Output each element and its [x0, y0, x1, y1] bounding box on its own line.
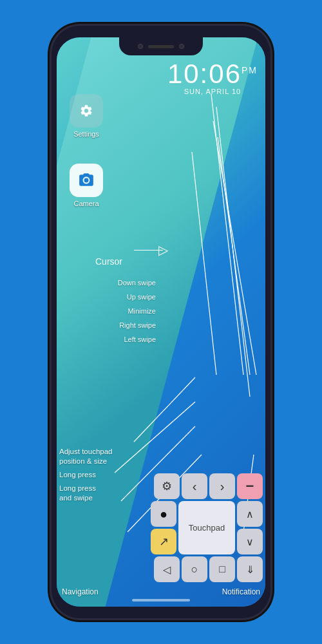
minimize-label: Minimize — [118, 304, 156, 318]
settings-app-icon[interactable]: Settings — [70, 94, 103, 138]
settings-app-label: Settings — [73, 130, 99, 138]
camera-app-img — [70, 164, 103, 197]
bottom-bar — [132, 599, 190, 601]
navigation-label: Navigation — [62, 587, 99, 596]
right-annotations: Down swipe Up swipe Minimize Right swipe… — [118, 276, 156, 346]
minus-btn[interactable]: − — [237, 473, 263, 499]
black-dot-btn[interactable]: ● — [151, 501, 176, 527]
notch-sensor — [179, 44, 184, 49]
up-btn[interactable]: ∧ — [237, 501, 263, 527]
long-press-label: Long press — [59, 470, 112, 480]
notification-label: Notification — [222, 587, 260, 596]
right-arrow-btn[interactable]: › — [209, 473, 235, 499]
settings-gear-icon — [79, 104, 93, 118]
cursor-line — [134, 250, 163, 251]
yellow-btn[interactable]: ↗ — [151, 529, 176, 554]
right-swipe-label: Right swipe — [118, 318, 156, 332]
up-swipe-label: Up swipe — [118, 290, 156, 304]
adjust-touchpad-label: Adjust touchpadposition & size — [59, 447, 112, 466]
bottom-labels-row: Navigation Notification — [62, 587, 260, 596]
cursor-label: Cursor — [95, 256, 122, 267]
home-btn[interactable]: ○ — [182, 556, 207, 582]
long-press-swipe-label: Long pressand swipe — [59, 484, 112, 503]
clock-time: 10:06PM — [167, 61, 258, 88]
settings-app-img — [70, 94, 103, 128]
left-annotations: Adjust touchpadposition & size Long pres… — [59, 447, 112, 507]
down-swipe-label: Down swipe — [118, 276, 156, 290]
camera-app-label: Camera — [73, 200, 99, 207]
screen: 10:06PM SUN, APRIL 10 Settings Camera — [57, 37, 265, 607]
clock-area: 10:06PM SUN, APRIL 10 — [167, 61, 258, 95]
notch-camera — [138, 44, 143, 49]
touchpad-row1: ⚙ ‹ › − — [151, 473, 263, 499]
down-btn[interactable]: ∨ — [237, 529, 263, 554]
phone-frame: 10:06PM SUN, APRIL 10 Settings Camera — [52, 26, 270, 618]
notification-btn[interactable]: ⇓ — [237, 556, 263, 582]
touchpad-row4: ◁ ○ □ ⇓ — [151, 556, 263, 582]
left-swipe-label: Left swipe — [118, 332, 156, 346]
camera-icon — [78, 172, 95, 189]
notch-speaker — [148, 45, 174, 48]
touchpad-area[interactable]: Touchpad — [178, 501, 235, 554]
notch — [119, 37, 203, 55]
touchpad-panel: ⚙ ‹ › − ● Touchpad ∧ ↗ ∨ ◁ ○ □ ⇓ — [151, 473, 263, 582]
camera-app-icon[interactable]: Camera — [70, 164, 103, 207]
left-arrow-btn[interactable]: ‹ — [182, 473, 207, 499]
settings-btn[interactable]: ⚙ — [154, 473, 180, 499]
recent-btn[interactable]: □ — [209, 556, 235, 582]
back-btn[interactable]: ◁ — [154, 556, 180, 582]
touchpad-row23: ● Touchpad ∧ ↗ ∨ — [151, 501, 263, 554]
